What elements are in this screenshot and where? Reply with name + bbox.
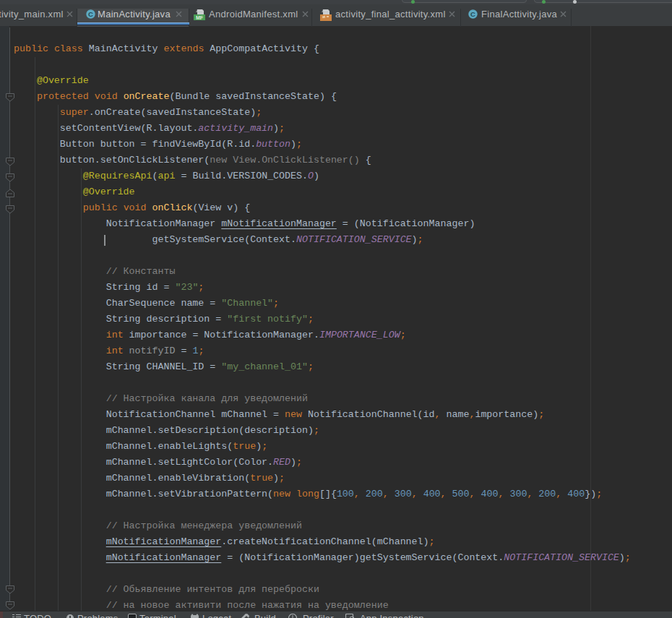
svg-text:C: C — [470, 10, 475, 18]
svg-text:MF: MF — [196, 15, 204, 20]
svg-text:C: C — [88, 10, 93, 18]
